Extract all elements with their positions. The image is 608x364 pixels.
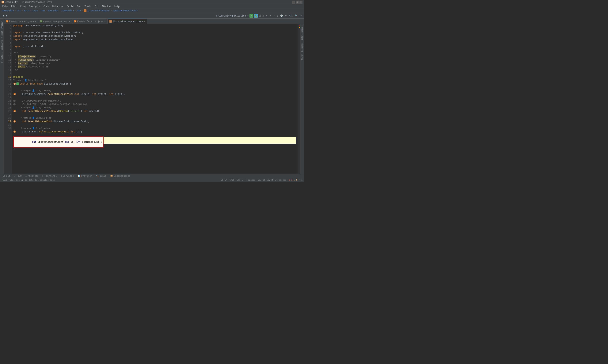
git-update[interactable]: ↑ xyxy=(273,14,275,18)
problems-icon: ⚠ xyxy=(26,175,27,177)
commit-panel-label[interactable]: Commit xyxy=(0,30,3,39)
line-ending[interactable]: CRLF xyxy=(230,179,235,181)
editor-wrapper: J CommentMapper.java × x comment-mapper.… xyxy=(4,19,304,174)
icon-23: m xyxy=(13,110,16,113)
tab-close[interactable]: × xyxy=(69,20,70,22)
tab-close[interactable]: × xyxy=(35,20,36,22)
settings-button[interactable]: ⚙ xyxy=(299,14,302,18)
structure-panel-label[interactable]: Structure xyxy=(0,51,3,64)
translate-button[interactable]: A文 xyxy=(288,14,293,18)
maven-label[interactable]: Maven xyxy=(301,53,303,60)
code-line-25: m int insertDiscussPost(DiscussPost disc… xyxy=(13,120,296,123)
debug-button[interactable]: 🐛 xyxy=(254,14,258,18)
scrollbar-area[interactable] xyxy=(298,24,300,174)
tab-comment-mapper[interactable]: J CommentMapper.java × xyxy=(4,19,38,24)
code-line-10: * @Projectname: community xyxy=(13,55,296,58)
minimize-button[interactable]: − xyxy=(292,0,295,4)
breadcrumb-dao[interactable]: dao xyxy=(77,9,81,12)
database-label[interactable]: Database xyxy=(301,42,303,52)
status-message: ✓ All files are up-to-date (11 minutes a… xyxy=(1,179,55,181)
toolbar-forward-button[interactable]: ▶ xyxy=(5,14,8,18)
bottom-tab-build[interactable]: 🔨 Build xyxy=(94,174,108,178)
icon-17b: ✓ xyxy=(16,82,19,85)
usage-line-19: 3 usages 👤 DingJiaxiong xyxy=(13,89,296,92)
menu-git[interactable]: Git xyxy=(93,5,101,8)
menu-tools[interactable]: Tools xyxy=(83,5,93,8)
code-line-23: m int selectDiscussPostRows(@Param("user… xyxy=(13,109,296,113)
tab-discuss-mapper[interactable]: J DiscussPostMapper.java × xyxy=(107,19,147,24)
run-button[interactable]: ▶ xyxy=(249,14,253,18)
undo-button[interactable]: ↩ xyxy=(285,14,288,18)
icon-17a: I xyxy=(13,82,16,85)
window-controls[interactable]: − □ × xyxy=(292,0,302,4)
git-push[interactable]: ↓ xyxy=(276,14,279,18)
indent-display[interactable]: 4 spaces xyxy=(245,179,255,181)
git-branch[interactable]: ⎇ master xyxy=(275,179,286,181)
error-status: ⊗ 1 ⚠ 5 ✓ 1 xyxy=(289,179,302,181)
project-panel-label[interactable]: Project xyxy=(0,19,3,30)
bottom-tab-terminal[interactable]: >_ Terminal xyxy=(40,174,59,178)
close-button[interactable]: × xyxy=(299,0,302,4)
project-selector[interactable]: ⚙ CommunityApplication ▾ xyxy=(216,14,248,17)
bottom-tab-problems[interactable]: ⚠ Problems xyxy=(24,174,40,178)
breadcrumb-mapper[interactable]: DiscussPostMapper xyxy=(87,9,110,12)
menu-window[interactable]: Window xyxy=(101,5,112,8)
code-line-26 xyxy=(13,123,296,127)
code-line-3: import com.nowcoder.community.entity.Dis… xyxy=(13,31,296,34)
branch-icon: ⎇ xyxy=(275,179,279,181)
menu-edit[interactable]: Edit xyxy=(10,5,18,8)
services-label: Services xyxy=(63,175,74,177)
tab-close[interactable]: × xyxy=(104,20,105,22)
breadcrumb-community[interactable]: community xyxy=(1,9,14,12)
git-checkmark2[interactable]: ✓ xyxy=(269,14,272,18)
editor-area: 1 2 3 4 5 6 7 8 9 10 11 12 13 14 15 16 1… xyxy=(4,24,304,174)
git-label: Git: xyxy=(259,14,264,17)
code-line-16: @Mapper xyxy=(13,75,296,79)
tab-close-active[interactable]: × xyxy=(144,20,145,22)
menu-file[interactable]: File xyxy=(1,5,9,8)
breadcrumb-com[interactable]: com xyxy=(40,9,45,12)
breadcrumb-src[interactable]: src xyxy=(17,9,21,12)
toolbar-back-button[interactable]: ◀ xyxy=(1,14,5,18)
build-label: Build xyxy=(100,175,106,177)
maximize-button[interactable]: □ xyxy=(296,0,299,4)
git-checkmark[interactable]: ✓ xyxy=(265,14,268,18)
breadcrumb-nowcoder[interactable]: nowcoder xyxy=(48,9,59,12)
java-file-icon2: J xyxy=(74,20,76,22)
icon-22 xyxy=(13,103,16,105)
encoding[interactable]: UTF-8 xyxy=(237,179,243,181)
breadcrumb-method[interactable]: updateCommentCount xyxy=(113,9,138,12)
tab-comment-xml[interactable]: x comment-mapper.xml × xyxy=(38,19,72,24)
bottom-tab-dependencies[interactable]: 📦 Dependencies xyxy=(108,174,132,178)
svg-text:x: x xyxy=(41,21,42,22)
search-button[interactable]: 🔍 xyxy=(294,14,298,18)
menu-code[interactable]: Code xyxy=(42,5,51,8)
bottom-tab-git[interactable]: ⎇ Git xyxy=(1,174,12,178)
git-history[interactable]: 🕐 xyxy=(280,14,284,18)
breadcrumb-java[interactable]: java xyxy=(32,9,38,12)
code-line-29: int updateCommentCount(int id, int comme… xyxy=(13,140,296,144)
menu-build[interactable]: Build xyxy=(65,5,75,8)
menu-view[interactable]: View xyxy=(19,5,27,8)
toolbar: ◀ ▶ ⚙ CommunityApplication ▾ ▶ 🐛 Git: ✓ … xyxy=(0,13,304,19)
bottom-tab-todo[interactable]: ✓ TODO xyxy=(12,174,24,178)
breadcrumb-community2[interactable]: community xyxy=(61,9,74,12)
code-line-13: * @Data:2023/4/17 14:56 xyxy=(13,65,296,68)
dependencies-icon: 📦 xyxy=(110,175,113,177)
bookmarks-panel-label[interactable]: Bookmarks xyxy=(0,39,3,51)
menu-refactor[interactable]: Refactor xyxy=(51,5,65,8)
notifications-label[interactable]: Notifications xyxy=(301,25,303,41)
menu-navigate[interactable]: Navigate xyxy=(27,5,42,8)
breadcrumb-main[interactable]: main xyxy=(24,9,29,12)
bottom-tab-profiler[interactable]: 📊 Profiler xyxy=(76,174,94,178)
usage-line-27: 2 usages 👤 DingJiaxiong xyxy=(13,127,296,130)
menu-help[interactable]: Help xyxy=(113,5,121,8)
menu-run[interactable]: Run xyxy=(76,5,83,8)
tab-comment-service[interactable]: J CommentService.java × xyxy=(72,19,107,24)
svg-text:m: m xyxy=(14,121,15,123)
usage-line-25: 4 usages 👤 DingJiaxiong xyxy=(13,116,296,120)
code-line-4: import org.apache.ibatis.annotations.Map… xyxy=(13,34,296,38)
bottom-tab-services[interactable]: ⚙ Services xyxy=(59,174,76,178)
code-line-6 xyxy=(13,41,296,44)
app-icon: IJ xyxy=(1,1,4,3)
